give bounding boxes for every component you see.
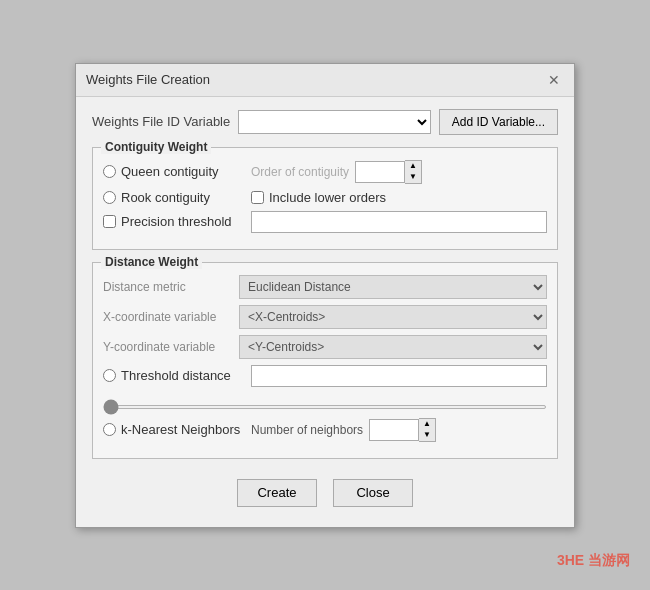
include-lower-text: Include lower orders xyxy=(269,190,386,205)
neighbors-spinbox: 4 ▲ ▼ xyxy=(369,418,436,442)
include-lower-checkbox[interactable] xyxy=(251,191,264,204)
order-spin-down[interactable]: ▼ xyxy=(405,172,421,183)
distance-section-label: Distance Weight xyxy=(101,255,202,269)
watermark: 3HE 当游网 xyxy=(557,552,630,570)
precision-row: Precision threshold 0 xyxy=(103,211,547,233)
y-coord-select[interactable]: <Y-Centroids> xyxy=(239,335,547,359)
id-variable-select[interactable] xyxy=(238,110,431,134)
order-label: Order of contiguity xyxy=(251,165,349,179)
include-lower-label[interactable]: Include lower orders xyxy=(251,190,386,205)
knn-row: k-Nearest Neighbors Number of neighbors … xyxy=(103,418,547,442)
neighbors-spin-buttons: ▲ ▼ xyxy=(419,418,436,442)
add-id-variable-button[interactable]: Add ID Variable... xyxy=(439,109,558,135)
y-coord-row: Y-coordinate variable <Y-Centroids> xyxy=(103,335,547,359)
metric-select[interactable]: Euclidean Distance xyxy=(239,275,547,299)
neighbors-spin-down[interactable]: ▼ xyxy=(419,430,435,441)
x-coord-label: X-coordinate variable xyxy=(103,310,233,324)
order-spinbox: 1 ▲ ▼ xyxy=(355,160,422,184)
queen-radio-label[interactable]: Queen contiguity xyxy=(103,164,243,179)
order-spin-up[interactable]: ▲ xyxy=(405,161,421,172)
precision-label-text: Precision threshold xyxy=(121,214,232,229)
precision-check-label[interactable]: Precision threshold xyxy=(103,214,243,229)
precision-checkbox[interactable] xyxy=(103,215,116,228)
create-button[interactable]: Create xyxy=(237,479,317,507)
queen-radio[interactable] xyxy=(103,165,116,178)
queen-row: Queen contiguity Order of contiguity 1 ▲… xyxy=(103,160,547,184)
metric-label: Distance metric xyxy=(103,280,233,294)
threshold-row: Threshold distance 0.0 xyxy=(103,365,547,387)
threshold-radio[interactable] xyxy=(103,369,116,382)
rook-label-text: Rook contiguity xyxy=(121,190,210,205)
precision-input[interactable]: 0 xyxy=(251,211,547,233)
neighbors-input[interactable]: 4 xyxy=(369,419,419,441)
contiguity-section-label: Contiguity Weight xyxy=(101,140,211,154)
close-icon[interactable]: ✕ xyxy=(544,70,564,90)
slider-container xyxy=(103,393,547,418)
neighbors-label: Number of neighbors xyxy=(251,423,363,437)
y-coord-label: Y-coordinate variable xyxy=(103,340,233,354)
neighbors-group: Number of neighbors 4 ▲ ▼ xyxy=(251,418,436,442)
order-group: Order of contiguity 1 ▲ ▼ xyxy=(251,160,422,184)
neighbors-spin-up[interactable]: ▲ xyxy=(419,419,435,430)
order-input[interactable]: 1 xyxy=(355,161,405,183)
knn-radio[interactable] xyxy=(103,423,116,436)
threshold-distance-input[interactable]: 0.0 xyxy=(251,365,547,387)
knn-radio-label[interactable]: k-Nearest Neighbors xyxy=(103,422,243,437)
knn-label-text: k-Nearest Neighbors xyxy=(121,422,240,437)
rook-row: Rook contiguity Include lower orders xyxy=(103,190,547,205)
threshold-slider[interactable] xyxy=(103,405,547,409)
distance-section: Distance Weight Distance metric Euclidea… xyxy=(92,262,558,459)
order-spin-buttons: ▲ ▼ xyxy=(405,160,422,184)
rook-radio[interactable] xyxy=(103,191,116,204)
queen-label-text: Queen contiguity xyxy=(121,164,219,179)
id-variable-label: Weights File ID Variable xyxy=(92,114,230,129)
rook-radio-label[interactable]: Rook contiguity xyxy=(103,190,243,205)
metric-row: Distance metric Euclidean Distance xyxy=(103,275,547,299)
title-bar: Weights File Creation ✕ xyxy=(76,64,574,97)
threshold-radio-label[interactable]: Threshold distance xyxy=(103,368,243,383)
x-coord-row: X-coordinate variable <X-Centroids> xyxy=(103,305,547,329)
close-button[interactable]: Close xyxy=(333,479,413,507)
threshold-label-text: Threshold distance xyxy=(121,368,231,383)
contiguity-section: Contiguity Weight Queen contiguity Order… xyxy=(92,147,558,250)
id-variable-row: Weights File ID Variable Add ID Variable… xyxy=(92,109,558,135)
footer: Create Close xyxy=(92,471,558,511)
dialog-title: Weights File Creation xyxy=(86,72,210,87)
x-coord-select[interactable]: <X-Centroids> xyxy=(239,305,547,329)
